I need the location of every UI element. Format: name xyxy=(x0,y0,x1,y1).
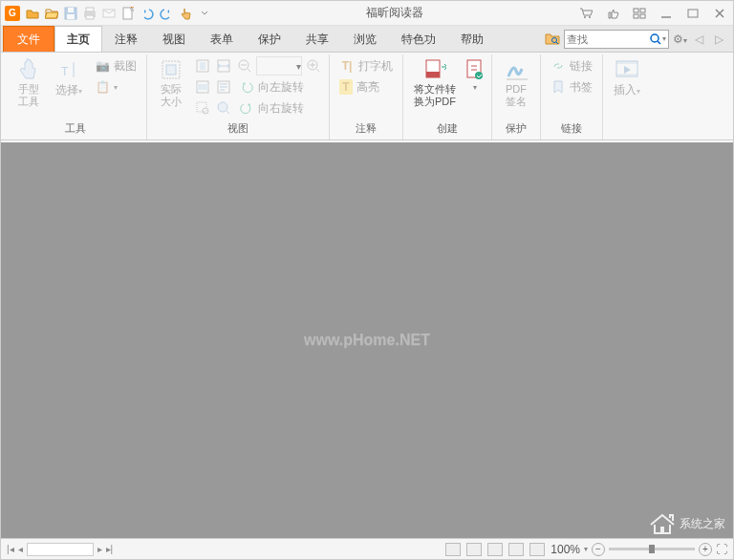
prev-page-icon[interactable]: ◂ xyxy=(18,544,23,554)
svg-rect-38 xyxy=(197,102,206,112)
svg-point-40 xyxy=(218,102,227,112)
email-icon[interactable] xyxy=(100,5,118,22)
zoom-in-icon[interactable] xyxy=(304,56,323,75)
search-input[interactable] xyxy=(567,33,649,45)
tab-file[interactable]: 文件 xyxy=(3,26,54,52)
fit-page-icon[interactable] xyxy=(193,56,212,75)
zoom-slider[interactable] xyxy=(609,548,695,550)
minimize-icon[interactable] xyxy=(657,4,676,23)
zoom-controls: 100% ▾ − + ⛶ xyxy=(550,543,727,556)
highlight-button[interactable]: T高亮 xyxy=(335,77,397,97)
like-icon[interactable] xyxy=(603,4,622,23)
tab-protect[interactable]: 保护 xyxy=(246,26,293,52)
hand-tool-button[interactable]: 手型 工具 xyxy=(11,56,47,110)
view-mode-facing-icon[interactable] xyxy=(487,543,503,556)
insert-media-icon xyxy=(615,58,638,81)
tab-next-icon[interactable]: ▷ xyxy=(711,32,727,46)
settings-gear-icon[interactable]: ⚙▾ xyxy=(673,32,687,46)
first-page-icon[interactable]: |◂ xyxy=(7,544,14,554)
find-folder-icon[interactable] xyxy=(545,32,560,47)
search-box[interactable]: ▾ xyxy=(564,30,669,49)
group-protect: PDF 签名 保护 xyxy=(492,54,541,140)
next-page-icon[interactable]: ▸ xyxy=(97,544,102,554)
zoom-minus-icon[interactable]: − xyxy=(592,543,605,556)
view-mode-continuous-icon[interactable] xyxy=(466,543,482,556)
svg-rect-48 xyxy=(616,61,637,64)
tab-feature[interactable]: 特色功 xyxy=(389,26,448,52)
open-icon[interactable] xyxy=(24,5,41,22)
fullscreen-icon[interactable]: ⛶ xyxy=(716,543,727,556)
hyperlink-button[interactable]: 链接 xyxy=(547,56,596,75)
convert-pdf-icon xyxy=(423,58,446,81)
window-title: 福昕阅读器 xyxy=(213,5,576,21)
view-mode-continuous-facing-icon[interactable] xyxy=(508,543,524,556)
marquee-zoom-icon[interactable] xyxy=(193,98,212,118)
save-icon[interactable] xyxy=(62,5,79,22)
svg-rect-5 xyxy=(86,15,94,19)
magnifier-icon[interactable] xyxy=(214,98,233,118)
undo-icon[interactable] xyxy=(139,5,156,22)
redo-icon[interactable] xyxy=(158,5,175,22)
svg-point-9 xyxy=(584,16,586,18)
reflow-icon[interactable] xyxy=(214,77,233,97)
bookmark-button[interactable]: 书签 xyxy=(547,77,596,97)
zoom-plus-icon[interactable]: + xyxy=(699,543,712,556)
tab-prev-icon[interactable]: ◁ xyxy=(691,32,707,46)
convert-dropdown[interactable]: ▾ xyxy=(464,56,486,95)
tab-form[interactable]: 表单 xyxy=(198,26,246,52)
zoom-dropdown[interactable]: ▾ xyxy=(256,56,302,75)
actual-size-button[interactable]: 实际 大小 xyxy=(153,56,189,110)
search-icon[interactable] xyxy=(649,32,662,46)
convert-to-pdf-button[interactable]: 将文件转 换为PDF xyxy=(409,56,461,110)
group-annotate: T|打字机 T高亮 注释 xyxy=(330,54,403,140)
tab-help[interactable]: 帮助 xyxy=(448,26,496,52)
folder-icon[interactable] xyxy=(43,5,60,22)
svg-rect-26 xyxy=(200,62,205,70)
print-icon[interactable] xyxy=(81,5,98,22)
svg-rect-49 xyxy=(616,74,637,76)
page-number-input[interactable] xyxy=(27,543,94,556)
svg-line-20 xyxy=(658,41,660,44)
svg-point-19 xyxy=(651,34,658,42)
tab-browse[interactable]: 浏览 xyxy=(341,26,389,52)
insert-button[interactable]: 插入▾ xyxy=(609,56,645,98)
clipboard-button[interactable]: 📋▾ xyxy=(91,77,140,97)
fit-width-icon[interactable] xyxy=(214,56,233,75)
pdf-sign-button[interactable]: PDF 签名 xyxy=(498,56,534,110)
rotate-right-button[interactable]: 向右旋转 xyxy=(235,98,308,118)
svg-rect-16 xyxy=(688,10,698,17)
typewriter-button[interactable]: T|打字机 xyxy=(335,56,397,75)
highlight-icon: T xyxy=(339,79,353,95)
svg-point-39 xyxy=(203,108,208,114)
qat-dropdown-icon[interactable] xyxy=(196,5,213,22)
group-link: 链接 书签 链接 xyxy=(541,54,603,140)
tab-home[interactable]: 主页 xyxy=(54,26,102,52)
touch-icon[interactable] xyxy=(177,5,194,22)
svg-rect-24 xyxy=(166,65,176,75)
view-mode-separate-icon[interactable] xyxy=(529,543,545,556)
window-controls xyxy=(576,4,729,23)
ribbon-mode-icon[interactable] xyxy=(630,4,649,23)
document-area: www.pHome.NET 系统之家 xyxy=(1,142,733,538)
select-tool-button[interactable]: T 选择▾ xyxy=(51,56,87,98)
tab-share[interactable]: 共享 xyxy=(293,26,341,52)
fit-visible-icon[interactable] xyxy=(193,77,212,97)
view-mode-single-icon[interactable] xyxy=(445,543,461,556)
maximize-icon[interactable] xyxy=(683,4,702,23)
search-dropdown-icon[interactable]: ▾ xyxy=(662,34,666,43)
zoom-dropdown-icon[interactable]: ▾ xyxy=(584,545,588,553)
last-page-icon[interactable]: ▸| xyxy=(106,544,114,554)
tab-comment[interactable]: 注释 xyxy=(102,26,150,52)
cart-icon[interactable] xyxy=(576,4,595,23)
svg-rect-36 xyxy=(197,84,208,90)
snapshot-button[interactable]: 📷截图 xyxy=(91,56,140,75)
tab-view[interactable]: 视图 xyxy=(150,26,198,52)
close-icon[interactable] xyxy=(710,4,729,23)
zoom-out-icon[interactable] xyxy=(235,56,254,75)
svg-point-45 xyxy=(475,72,483,79)
svg-text:T: T xyxy=(61,65,69,78)
new-doc-icon[interactable]: * xyxy=(119,5,137,22)
rotate-left-button[interactable]: 向左旋转 xyxy=(235,77,308,97)
svg-point-10 xyxy=(589,16,591,18)
group-tools: 手型 工具 T 选择▾ 📷截图 📋▾ 工具 xyxy=(5,54,147,140)
